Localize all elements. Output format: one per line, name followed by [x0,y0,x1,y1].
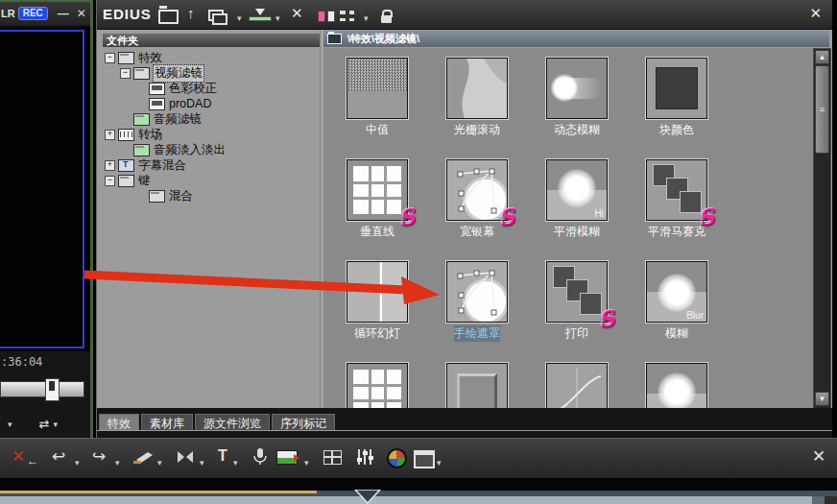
effect-item[interactable]: Hi 平滑模糊 [527,159,627,261]
effect-thumbnail: S [546,261,608,323]
effect-item[interactable]: 光栅滚动 [427,58,527,159]
timeline-cursor-marker[interactable] [353,490,382,504]
chevron-down-icon[interactable]: ▾ [115,458,120,468]
chevron-down-icon[interactable]: ▾ [233,458,238,468]
scroll-down-icon[interactable]: ▼ [815,392,829,406]
move-to-folder-icon[interactable] [208,7,226,22]
tree-item-color-correction[interactable]: 色彩校正 [103,81,320,96]
tree-item-effects[interactable]: − 特效 [103,50,320,65]
minimize-button[interactable]: — [58,7,69,20]
expand-toggle[interactable]: + [105,160,115,171]
add-to-bin-icon[interactable] [249,7,270,22]
effect-thumbnail: S [347,363,408,408]
expand-toggle[interactable]: − [120,68,131,79]
tab-effects[interactable]: 特效 [99,414,139,431]
close-icon[interactable]: ✕ [812,447,825,467]
folder-icon [118,52,134,64]
effect-item[interactable]: S 平滑马赛克 [627,159,727,261]
color-correction-icon[interactable] [387,448,407,468]
chevron-down-icon[interactable]: ▾ [200,458,204,468]
tree-item-key[interactable]: − 键 [103,173,320,188]
monitor-swap-icon[interactable]: ⇄ [39,417,50,431]
scrollbar-thumb[interactable]: ≡ [815,65,829,154]
effect-thumbnail [646,363,707,408]
open-folder-icon[interactable] [158,7,179,24]
close-icon[interactable]: ✕ [809,5,822,22]
scrollbar-corner [825,496,837,504]
video-safe-frame [0,30,84,348]
chevron-down-icon[interactable]: ▾ [437,458,442,468]
effect-thumbnail: S [646,159,707,221]
chevron-down-icon[interactable]: ▾ [237,13,242,23]
trim-icon[interactable] [176,449,195,468]
close-button[interactable]: ✕ [77,7,86,20]
effect-item[interactable]: 动态模糊 [527,58,627,159]
expand-toggle[interactable]: + [105,130,115,140]
tree-item-title-mixer[interactable]: + 字幕混合 [103,157,320,173]
playhead-handle[interactable] [45,378,60,401]
effect-item[interactable]: Blur 模糊 [627,261,727,363]
tree-item-transitions[interactable]: + 转场 [103,127,320,142]
voice-over-icon[interactable] [251,447,270,470]
chevron-down-icon[interactable]: ▾ [157,458,162,468]
tab-sequence-marker[interactable]: 序列标记 [272,414,335,431]
effect-item[interactable]: S [327,363,427,408]
title-mixer-icon [118,159,134,172]
timeline-scrollbar[interactable] [0,496,837,504]
audio-mixer-icon[interactable] [355,448,374,469]
chevron-down-icon[interactable]: ▾ [304,458,309,468]
timecode: :36:04 [1,355,42,369]
effect-item[interactable]: 块颜色 [627,58,727,159]
tree-item-prodad[interactable]: proDAD [103,96,320,111]
chevron-down-icon[interactable]: ▾ [364,13,369,23]
effect-item[interactable]: S 垂直线 [327,159,427,261]
effect-item[interactable]: S 宽银幕 [427,159,527,261]
delete-icon[interactable]: ✕ [291,5,303,22]
effect-item-selected[interactable]: 手绘遮罩 [427,261,527,363]
grid-view-icon[interactable] [323,447,342,465]
redo-icon[interactable]: ↪ [92,447,106,467]
filter-icon [149,98,165,110]
expand-toggle[interactable]: − [105,176,115,186]
tree-item-video-filters[interactable]: − 视频滤镜 [103,65,320,81]
ripple-left-icon[interactable]: ← [27,454,38,468]
export-icon[interactable] [276,447,298,462]
chevron-down-icon[interactable]: ▾ [75,458,80,468]
folder-icon [118,175,134,187]
timeline-gap [0,478,837,491]
razor-icon[interactable] [132,449,154,469]
seek-slider[interactable] [0,381,84,397]
effect-item[interactable]: 循环幻灯 [327,261,427,363]
effect-keys-icon[interactable] [318,7,335,22]
chevron-down-icon[interactable]: ▾ [275,13,280,23]
lock-icon[interactable] [381,7,392,23]
expand-toggle[interactable]: − [105,53,115,63]
rec-button[interactable]: REC [18,7,48,20]
effect-item[interactable] [627,363,727,408]
panel-splitter[interactable] [320,30,323,408]
scrollbar-end-block[interactable] [812,496,825,504]
tree-item-blend[interactable]: 混合 [103,188,320,204]
delete-clip-icon[interactable]: ✕ [12,447,25,467]
effect-item[interactable]: 中值 [327,58,427,159]
undo-icon[interactable]: ↩ [52,447,65,467]
up-level-icon[interactable]: ↑ [187,5,195,21]
tree-item-audio-filters[interactable]: 音频滤镜 [103,111,320,127]
effect-item[interactable] [427,363,527,408]
scroll-up-icon[interactable]: ▲ [815,50,829,64]
chevron-down-icon[interactable]: ▾ [8,420,12,429]
scrollbar[interactable]: ▲ ≡ ▼ [813,48,831,410]
view-mode-icon[interactable] [339,7,355,22]
window-layout-icon[interactable] [414,447,435,468]
breadcrumb: \特效\视频滤镜\ [323,30,829,47]
effect-item[interactable] [527,363,627,408]
tab-source-browser[interactable]: 源文件浏览 [195,414,270,431]
tab-bin[interactable]: 素材库 [141,414,193,431]
folder-tree: − 特效 − 视频滤镜 色彩校正 proDAD 音频滤镜 + 转场 [103,50,320,204]
chevron-down-icon[interactable]: ▾ [53,420,58,429]
text-title-icon[interactable]: T [218,447,227,465]
tree-item-audio-fade[interactable]: 音频淡入淡出 [103,142,320,157]
effects-grid-panel: 中值 光栅滚动 动态模糊 块颜色 [323,48,813,408]
effect-item[interactable]: S 打印 [527,261,627,363]
transition-icon [118,129,134,141]
